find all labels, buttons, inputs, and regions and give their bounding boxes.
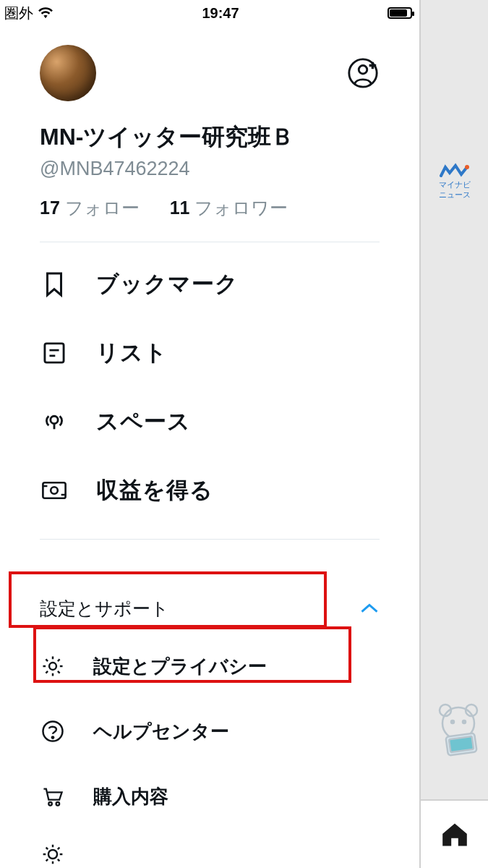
svg-point-3 (51, 416, 58, 423)
mynavi-logo: マイナビ ニュース (421, 163, 488, 199)
chevron-up-icon (359, 602, 380, 615)
followers-link[interactable]: 11 フォロワー (170, 197, 288, 218)
screen: 圏外 19:47 (0, 0, 488, 868)
wifi-icon (38, 7, 53, 20)
svg-rect-4 (43, 482, 65, 498)
background-panel: マイナビ ニュース (419, 0, 488, 868)
display-name[interactable]: MN-ツイッター研究班Ｂ (40, 122, 380, 153)
menu-label: ブックマーク (96, 269, 239, 299)
spaces-icon (40, 407, 69, 436)
monetization-icon (40, 476, 69, 505)
username-handle[interactable]: @MNB47462224 (40, 158, 380, 180)
following-count: 17 (40, 197, 60, 218)
menu-display[interactable] (0, 829, 419, 868)
following-label: フォロー (65, 197, 140, 218)
mascot-icon[interactable] (424, 702, 488, 760)
carrier-text: 圏外 (4, 4, 33, 23)
svg-point-16 (451, 720, 454, 723)
followers-label: フォロワー (194, 197, 288, 218)
status-bar: 圏外 19:47 (0, 0, 419, 26)
menu-spaces[interactable]: スペース (0, 387, 419, 456)
menu-label: 収益を得る (96, 475, 213, 506)
list-icon (40, 339, 69, 367)
help-icon (40, 718, 66, 744)
section-title: 設定とサポート (40, 597, 169, 621)
svg-point-5 (51, 487, 58, 494)
mynavi-text-1: マイナビ (439, 180, 471, 189)
sub-label: 購入内容 (93, 784, 168, 809)
svg-point-6 (49, 663, 56, 670)
following-link[interactable]: 17 フォロー (40, 197, 145, 218)
settings-support-header[interactable]: 設定とサポート (0, 583, 419, 634)
battery-icon (388, 7, 412, 19)
menu-lists[interactable]: リスト (0, 318, 419, 387)
home-icon (440, 822, 469, 848)
menu-help-center[interactable]: ヘルプセンター (0, 699, 419, 764)
sub-label: 設定とプライバシー (93, 654, 267, 679)
bookmark-icon (40, 270, 69, 299)
add-account-icon[interactable] (346, 56, 380, 90)
follow-stats: 17 フォロー 11 フォロワー (40, 196, 380, 220)
profile-section: MN-ツイッター研究班Ｂ @MNB47462224 17 フォロー 11 フォロ… (0, 26, 419, 220)
menu-monetization[interactable]: 収益を得る (0, 456, 419, 524)
svg-point-17 (463, 720, 466, 723)
menu-purchases[interactable]: 購入内容 (0, 764, 419, 829)
avatar[interactable] (40, 45, 96, 101)
menu-label: スペース (96, 407, 191, 437)
svg-rect-19 (449, 736, 474, 752)
navigation-drawer: 圏外 19:47 (0, 0, 419, 868)
svg-point-8 (52, 736, 53, 738)
svg-point-9 (48, 802, 52, 806)
menu-bookmarks[interactable]: ブックマーク (0, 250, 419, 318)
followers-count: 11 (170, 197, 190, 218)
mynavi-mark-icon (440, 163, 470, 179)
svg-point-1 (359, 65, 367, 74)
home-button[interactable] (421, 799, 488, 868)
menu-settings-privacy[interactable]: 設定とプライバシー (0, 634, 419, 699)
svg-rect-2 (45, 343, 64, 362)
status-left: 圏外 (4, 4, 53, 23)
status-right (388, 7, 412, 19)
brightness-icon (40, 841, 66, 867)
svg-point-11 (48, 850, 57, 859)
gear-icon (40, 653, 66, 679)
svg-point-10 (56, 802, 60, 806)
cart-icon (40, 783, 66, 809)
mynavi-text-2: ニュース (439, 190, 471, 199)
sub-label: ヘルプセンター (93, 719, 229, 744)
clock: 19:47 (202, 5, 239, 22)
svg-point-12 (465, 165, 469, 169)
menu-label: リスト (96, 338, 168, 368)
main-menu: ブックマーク リスト スペース 収益を得る (0, 242, 419, 524)
